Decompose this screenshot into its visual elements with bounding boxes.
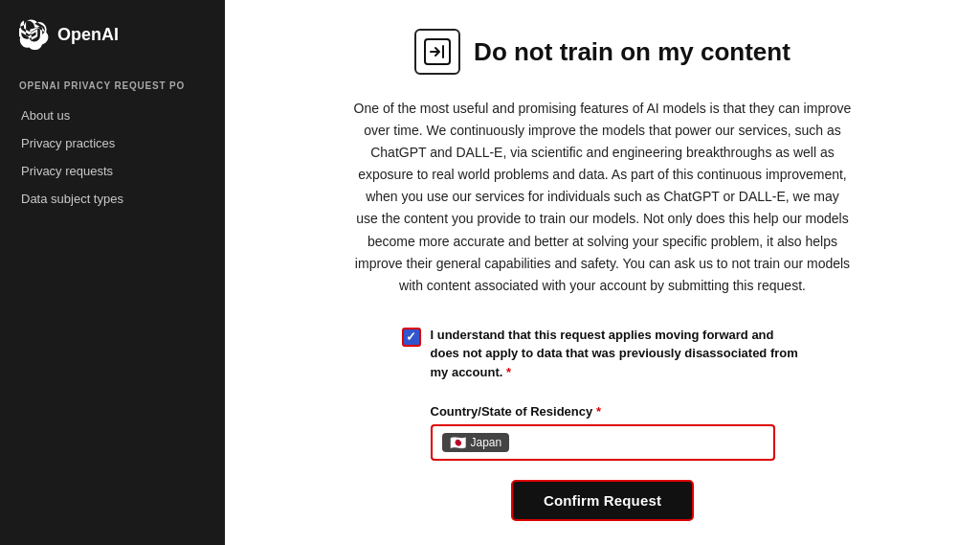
country-required-indicator: *	[596, 404, 601, 419]
confirm-request-button[interactable]: Confirm Request	[511, 480, 694, 521]
checkbox-label: I understand that this request applies m…	[431, 326, 804, 382]
country-input-wrapper[interactable]: 🇯🇵 Japan	[431, 424, 775, 461]
sidebar-item-privacy-requests[interactable]: Privacy requests	[11, 158, 213, 184]
main-content: Do not train on my content One of the mo…	[225, 0, 980, 545]
openai-logo-icon	[19, 19, 50, 50]
sidebar-item-privacy-practices[interactable]: Privacy practices	[11, 130, 213, 156]
no-train-icon	[414, 29, 460, 75]
country-field-group: Country/State of Residency * 🇯🇵 Japan	[431, 404, 775, 461]
country-tag-label: Japan	[471, 436, 502, 449]
description-text: One of the most useful and promising fea…	[354, 98, 852, 297]
country-field-label: Country/State of Residency *	[431, 404, 775, 419]
sidebar-item-data-subject-types[interactable]: Data subject types	[11, 186, 213, 212]
sidebar-nav: About us Privacy practices Privacy reque…	[0, 102, 225, 212]
checkbox-area: I understand that this request applies m…	[402, 326, 804, 382]
country-tag: 🇯🇵 Japan	[442, 433, 510, 452]
sidebar-logo: OpenAI	[0, 19, 225, 73]
understanding-checkbox[interactable]	[402, 328, 421, 347]
sidebar-logo-text: OpenAI	[57, 25, 119, 45]
required-indicator: *	[506, 365, 511, 379]
sidebar: OpenAI OPENAI PRIVACY REQUEST PO About u…	[0, 0, 225, 545]
page-header: Do not train on my content	[414, 29, 791, 75]
japan-flag-icon: 🇯🇵	[450, 435, 466, 450]
page-title: Do not train on my content	[474, 37, 791, 67]
sidebar-section-title: OPENAI PRIVACY REQUEST PO	[0, 73, 225, 102]
sidebar-item-about-us[interactable]: About us	[11, 102, 213, 128]
